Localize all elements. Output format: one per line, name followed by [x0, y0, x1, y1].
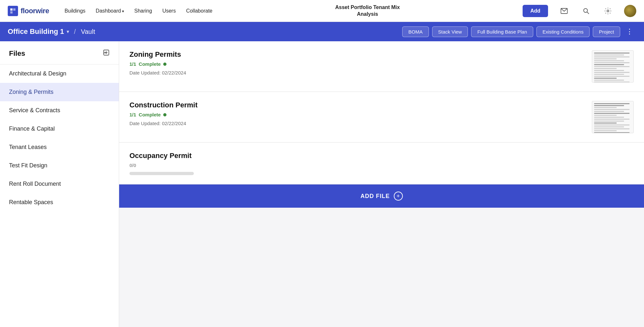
mail-icon[interactable] — [558, 5, 570, 17]
building-title[interactable]: Office Building 1 ▾ — [8, 27, 69, 36]
breadcrumb-bar: Office Building 1 ▾ / Vault BOMA Stack V… — [0, 22, 644, 41]
more-options-icon[interactable]: ⋮ — [623, 27, 636, 36]
svg-rect-2 — [10, 11, 13, 14]
nav-collaborate[interactable]: Collaborate — [186, 8, 213, 14]
file-card-construction-permit[interactable]: Construction Permit 1/1 Complete Date Up… — [119, 92, 644, 143]
file-date-2: Date Updated: 02/22/2024 — [129, 121, 584, 126]
status-dot — [163, 63, 166, 66]
date-label-2: Date Updated: — [129, 121, 161, 126]
nav-dashboard[interactable]: Dashboard — [96, 8, 124, 14]
status-dot-2 — [163, 113, 166, 116]
sidebar: Files Architectural & Design Zoning & Pe… — [0, 41, 119, 327]
file-card-zoning-permits[interactable]: Zoning Permits 1/1 Complete Date Updated… — [119, 41, 644, 92]
date-value-2: 02/22/2024 — [162, 121, 186, 126]
project-button[interactable]: Project — [593, 26, 620, 37]
status-count-3: 0/0 — [129, 163, 136, 168]
boma-button[interactable]: BOMA — [402, 26, 429, 37]
sidebar-item-rent-roll[interactable]: Rent Roll Document — [0, 175, 119, 193]
logo[interactable]: floorwire — [8, 6, 49, 16]
status-count-2: 1/1 — [129, 112, 136, 117]
vault-label: Vault — [81, 28, 95, 35]
file-title: Zoning Permits — [129, 50, 584, 59]
file-card-body-3: Occupancy Permit 0/0 — [129, 152, 634, 175]
file-date: Date Updated: 02/22/2024 — [129, 70, 584, 75]
sidebar-item-zoning-permits[interactable]: Zoning & Permits — [0, 83, 119, 101]
date-value: 02/22/2024 — [162, 70, 186, 75]
file-title-3: Occupancy Permit — [129, 152, 634, 160]
settings-icon[interactable] — [602, 5, 614, 17]
add-file-bar[interactable]: ADD FILE + — [119, 184, 644, 208]
sidebar-item-rentable-spaces[interactable]: Rentable Spaces — [0, 193, 119, 212]
nav-buildings[interactable]: Buildings — [64, 8, 85, 14]
building-name: Office Building 1 — [8, 27, 64, 36]
file-card-body-2: Construction Permit 1/1 Complete Date Up… — [129, 101, 584, 126]
full-building-base-plan-button[interactable]: Full Building Base Plan — [471, 26, 533, 37]
svg-rect-1 — [13, 8, 15, 11]
breadcrumb-separator: / — [74, 28, 76, 35]
stack-view-button[interactable]: Stack View — [432, 26, 468, 37]
file-title-2: Construction Permit — [129, 101, 584, 109]
file-thumbnail-construction — [592, 101, 634, 133]
file-status: 1/1 Complete — [129, 61, 584, 67]
existing-conditions-button[interactable]: Existing Conditions — [536, 26, 590, 37]
status-label-2: Complete — [139, 112, 161, 117]
file-card-body: Zoning Permits 1/1 Complete Date Updated… — [129, 50, 584, 75]
upload-icon[interactable] — [103, 49, 110, 58]
progress-bar-background — [129, 172, 194, 175]
sidebar-title: Files — [9, 49, 25, 58]
content-area: Zoning Permits 1/1 Complete Date Updated… — [119, 41, 644, 327]
svg-rect-0 — [10, 8, 13, 11]
add-file-icon: + — [394, 192, 403, 201]
sidebar-item-architectural-design[interactable]: Architectural & Design — [0, 64, 119, 83]
breadcrumb-actions: BOMA Stack View Full Building Base Plan … — [402, 26, 636, 37]
feature-label: Asset Portfolio Tenant Mix Analysis — [332, 4, 403, 18]
add-file-text: ADD FILE — [361, 193, 390, 200]
svg-point-4 — [584, 8, 588, 12]
sidebar-item-tenant-leases[interactable]: Tenant Leases — [0, 138, 119, 156]
file-status-3: 0/0 — [129, 163, 634, 168]
file-progress — [129, 172, 634, 175]
sidebar-item-test-fit-design[interactable]: Test Fit Design — [0, 156, 119, 175]
file-status-2: 1/1 Complete — [129, 112, 584, 117]
building-dropdown-icon[interactable]: ▾ — [67, 29, 69, 34]
file-thumbnail-zoning — [592, 50, 634, 83]
nav-users[interactable]: Users — [162, 8, 176, 14]
file-card-occupancy-permit[interactable]: Occupancy Permit 0/0 — [119, 143, 644, 184]
logo-text: floorwire — [21, 7, 49, 15]
sidebar-header: Files — [0, 49, 119, 64]
svg-point-6 — [607, 10, 609, 12]
date-label: Date Updated: — [129, 70, 161, 75]
search-icon[interactable] — [580, 5, 592, 17]
logo-icon — [8, 6, 18, 16]
sidebar-item-service-contracts[interactable]: Service & Contracts — [0, 101, 119, 120]
top-navigation: floorwire Buildings Dashboard Sharing Us… — [0, 0, 644, 22]
status-label: Complete — [139, 61, 161, 67]
avatar[interactable] — [624, 5, 636, 17]
nav-sharing[interactable]: Sharing — [134, 8, 152, 14]
svg-line-5 — [587, 12, 589, 14]
sidebar-item-finance-capital[interactable]: Finance & Capital — [0, 120, 119, 138]
status-count: 1/1 — [129, 61, 136, 67]
add-button[interactable]: Add — [523, 5, 548, 17]
main-layout: Files Architectural & Design Zoning & Pe… — [0, 41, 644, 327]
